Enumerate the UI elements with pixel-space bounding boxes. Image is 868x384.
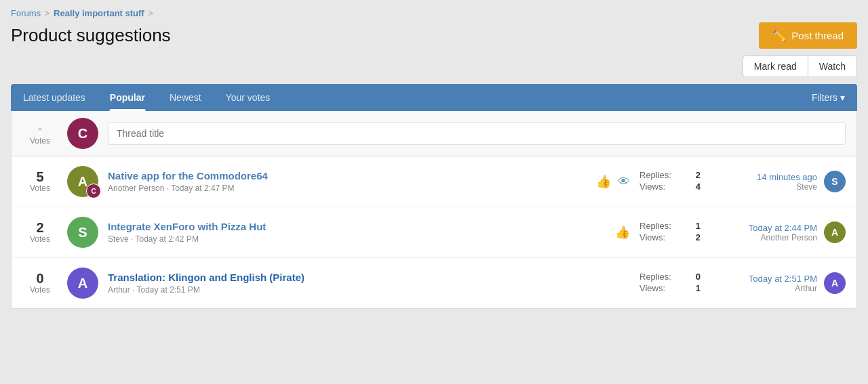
last-time[interactable]: 14 minutes ago [757, 172, 817, 182]
page-title: Product suggestions [11, 25, 171, 46]
breadcrumb-sep2: > [149, 9, 153, 18]
last-avatar: S [824, 171, 846, 192]
thread-avatar: S [67, 217, 98, 248]
views-value: 2 [696, 232, 701, 242]
thread-info: Integrate XenForo with Pizza Hut Steve ·… [108, 221, 597, 244]
thread-meta: Another Person · Today at 2:47 PM [108, 184, 578, 193]
views-label: Views: [639, 182, 665, 192]
votes-label: Votes [22, 234, 58, 244]
tab-newest[interactable]: Newest [157, 84, 214, 111]
last-avatar-letter: S [831, 176, 837, 187]
last-avatar-letter: A [831, 227, 838, 238]
avatar-letter: A [78, 174, 87, 190]
thread-meta: Arthur · Today at 2:51 PM [108, 285, 612, 295]
replies-value: 2 [696, 170, 701, 180]
new-thread-avatar: C [67, 118, 98, 149]
thread-title-link[interactable]: Integrate XenForo with Pizza Hut [108, 221, 266, 232]
new-thread-row: - Votes C [12, 111, 856, 156]
votes-col: 5 Votes [22, 170, 58, 193]
table-row: 0 Votes A Translation: Klingon and Engli… [12, 258, 856, 308]
votes-number: 0 [22, 272, 58, 285]
stats-col: Replies: 1 Views: 2 [639, 221, 701, 244]
watch-button[interactable]: Watch [808, 56, 857, 77]
views-label: Views: [639, 232, 665, 242]
thread-author: Steve [108, 234, 129, 244]
last-activity-text: 14 minutes ago Steve [757, 172, 817, 192]
thread-avatar: A [67, 268, 98, 299]
views-row: Views: 1 [639, 283, 701, 293]
votes-dash: - [38, 122, 42, 135]
tabs-bar: Latest updates Popular Newest Your votes… [11, 84, 857, 111]
tab-latest-updates[interactable]: Latest updates [11, 84, 98, 111]
replies-row: Replies: 2 [639, 170, 701, 180]
votes-col: 0 Votes [22, 272, 58, 295]
breadcrumb: Forums > Really important stuff > [11, 8, 857, 18]
eye-icon[interactable]: 👁 [618, 175, 630, 189]
last-avatar-letter: A [831, 278, 838, 289]
forum-table: - Votes C 5 Votes A C Native app for the… [11, 111, 857, 309]
thread-posted-time: Today at 2:47 PM [171, 184, 234, 193]
last-avatar: A [824, 221, 846, 243]
last-time[interactable]: Today at 2:51 PM [749, 274, 817, 284]
last-activity-inner: Today at 2:51 PM Arthur A [710, 272, 846, 294]
replies-label: Replies: [639, 221, 671, 231]
table-row: 5 Votes A C Native app for the Commodore… [12, 156, 856, 207]
filters-label: Filters [812, 92, 837, 103]
last-activity-col: Today at 2:51 PM Arthur A [710, 272, 846, 294]
thumbs-up-icon[interactable]: 👍 [596, 174, 611, 189]
thread-avatar: A C [67, 166, 98, 197]
replies-value: 1 [696, 221, 701, 231]
sub-avatar: C [86, 184, 101, 198]
replies-label: Replies: [639, 272, 671, 282]
thread-title-input[interactable] [108, 122, 846, 145]
votes-col: 2 Votes [22, 221, 58, 244]
votes-number: 2 [22, 221, 58, 234]
thread-icons: 👍👁 [596, 174, 630, 189]
thread-posted-time: Today at 2:42 PM [135, 234, 198, 244]
replies-label: Replies: [639, 170, 671, 180]
stats-col: Replies: 0 Views: 1 [639, 272, 701, 295]
thread-icons: 👍 [615, 225, 630, 240]
last-activity-text: Today at 2:44 PM Another Person [749, 223, 817, 242]
thread-info: Native app for the Commodore64 Another P… [108, 170, 578, 193]
table-row: 2 Votes S Integrate XenForo with Pizza H… [12, 207, 856, 258]
mark-read-button[interactable]: Mark read [743, 56, 808, 77]
replies-value: 0 [696, 272, 701, 282]
thread-author: Another Person [108, 184, 164, 193]
thread-title-link[interactable]: Translation: Klingon and English (Pirate… [108, 272, 304, 283]
post-thread-button[interactable]: ✏️ Post thread [759, 22, 857, 49]
thread-posted-time: Today at 2:51 PM [136, 285, 199, 295]
last-activity-col: 14 minutes ago Steve S [710, 171, 846, 192]
last-activity-text: Today at 2:51 PM Arthur [749, 274, 817, 293]
stats-col: Replies: 2 Views: 4 [639, 170, 701, 193]
post-thread-label: Post thread [791, 30, 844, 41]
last-user: Steve [757, 182, 817, 192]
tab-your-votes[interactable]: Your votes [214, 84, 283, 111]
last-time[interactable]: Today at 2:44 PM [749, 223, 817, 233]
breadcrumb-sep1: > [45, 9, 50, 18]
thread-info: Translation: Klingon and English (Pirate… [108, 272, 612, 295]
last-user: Arthur [749, 284, 817, 293]
last-activity-col: Today at 2:44 PM Another Person A [710, 221, 846, 243]
last-activity-inner: 14 minutes ago Steve S [710, 171, 846, 192]
votes-header-label: Votes [22, 136, 58, 146]
avatar-letter: S [78, 225, 87, 240]
thread-author: Arthur [108, 285, 130, 295]
thread-title-link[interactable]: Native app for the Commodore64 [108, 170, 268, 182]
threads-list: 5 Votes A C Native app for the Commodore… [12, 156, 856, 308]
breadcrumb-forums-link[interactable]: Forums [11, 8, 41, 18]
views-value: 4 [696, 182, 701, 192]
views-row: Views: 2 [639, 232, 701, 242]
filters-button[interactable]: Filters [800, 84, 857, 111]
last-activity-inner: Today at 2:44 PM Another Person A [710, 221, 846, 243]
votes-label: Votes [22, 184, 58, 193]
chevron-down-icon [840, 92, 845, 103]
new-thread-avatar-letter: C [78, 126, 87, 142]
thumbs-up-icon[interactable]: 👍 [615, 225, 630, 240]
action-buttons-bar: Mark read Watch [11, 56, 857, 77]
post-thread-icon: ✏️ [772, 29, 786, 42]
views-label: Views: [639, 283, 665, 293]
last-avatar: A [824, 272, 846, 294]
views-value: 1 [696, 283, 701, 293]
tab-popular[interactable]: Popular [98, 84, 157, 111]
